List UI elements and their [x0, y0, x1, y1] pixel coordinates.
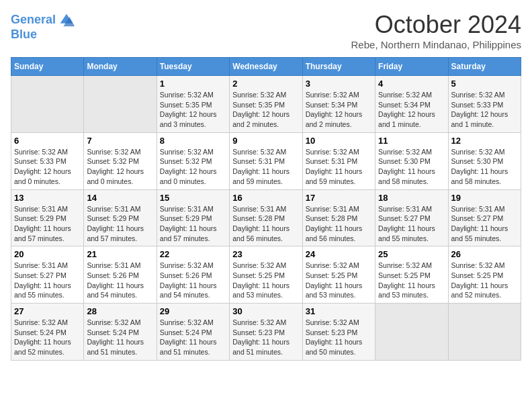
day-info: Sunrise: 5:32 AM Sunset: 5:33 PM Dayligh… [14, 147, 81, 187]
calendar-cell: 17Sunrise: 5:31 AM Sunset: 5:28 PM Dayli… [302, 189, 375, 246]
day-number: 18 [378, 193, 445, 203]
weekday-header-monday: Monday [84, 58, 157, 76]
day-info: Sunrise: 5:31 AM Sunset: 5:28 PM Dayligh… [306, 204, 372, 244]
day-number: 14 [87, 193, 153, 203]
calendar-cell: 12Sunrise: 5:32 AM Sunset: 5:30 PM Dayli… [448, 132, 521, 189]
calendar-cell: 2Sunrise: 5:32 AM Sunset: 5:35 PM Daylig… [230, 76, 302, 133]
weekday-header-wednesday: Wednesday [230, 58, 302, 76]
title-block: October 2024 Rebe, Northern Mindanao, Ph… [351, 11, 521, 50]
calendar-cell: 15Sunrise: 5:31 AM Sunset: 5:29 PM Dayli… [157, 189, 229, 246]
day-info: Sunrise: 5:31 AM Sunset: 5:27 PM Dayligh… [378, 204, 445, 244]
day-info: Sunrise: 5:32 AM Sunset: 5:31 PM Dayligh… [306, 147, 372, 187]
day-info: Sunrise: 5:32 AM Sunset: 5:34 PM Dayligh… [378, 90, 445, 130]
day-number: 2 [232, 79, 299, 89]
day-number: 25 [378, 249, 445, 259]
weekday-header-friday: Friday [375, 58, 448, 76]
day-info: Sunrise: 5:32 AM Sunset: 5:35 PM Dayligh… [160, 90, 226, 130]
day-number: 28 [87, 306, 153, 316]
day-info: Sunrise: 5:31 AM Sunset: 5:27 PM Dayligh… [451, 204, 518, 244]
day-number: 5 [451, 79, 518, 89]
day-number: 31 [306, 306, 372, 316]
calendar-week-row: 1Sunrise: 5:32 AM Sunset: 5:35 PM Daylig… [11, 76, 521, 133]
calendar-cell: 30Sunrise: 5:32 AM Sunset: 5:23 PM Dayli… [230, 304, 302, 361]
calendar-cell: 4Sunrise: 5:32 AM Sunset: 5:34 PM Daylig… [375, 76, 448, 133]
calendar-table: SundayMondayTuesdayWednesdayThursdayFrid… [11, 57, 521, 361]
calendar-cell: 10Sunrise: 5:32 AM Sunset: 5:31 PM Dayli… [302, 132, 375, 189]
day-number: 6 [14, 136, 81, 146]
calendar-cell: 20Sunrise: 5:31 AM Sunset: 5:27 PM Dayli… [11, 246, 84, 304]
day-number: 16 [232, 193, 299, 203]
day-number: 15 [160, 193, 226, 203]
day-number: 10 [306, 136, 372, 146]
day-info: Sunrise: 5:32 AM Sunset: 5:30 PM Dayligh… [451, 147, 518, 187]
calendar-cell: 3Sunrise: 5:32 AM Sunset: 5:34 PM Daylig… [302, 76, 375, 133]
day-info: Sunrise: 5:31 AM Sunset: 5:26 PM Dayligh… [87, 261, 153, 300]
day-number: 1 [160, 79, 226, 89]
day-number: 12 [451, 136, 518, 146]
day-info: Sunrise: 5:32 AM Sunset: 5:23 PM Dayligh… [306, 318, 372, 357]
day-info: Sunrise: 5:32 AM Sunset: 5:25 PM Dayligh… [451, 261, 518, 300]
day-number: 27 [14, 306, 81, 316]
calendar-cell: 16Sunrise: 5:31 AM Sunset: 5:28 PM Dayli… [230, 189, 302, 246]
day-number: 26 [451, 249, 518, 259]
weekday-header-thursday: Thursday [302, 58, 375, 76]
calendar-cell: 25Sunrise: 5:32 AM Sunset: 5:25 PM Dayli… [375, 246, 448, 304]
calendar-cell: 13Sunrise: 5:31 AM Sunset: 5:29 PM Dayli… [11, 189, 84, 246]
calendar-cell: 23Sunrise: 5:32 AM Sunset: 5:25 PM Dayli… [230, 246, 302, 304]
day-info: Sunrise: 5:32 AM Sunset: 5:24 PM Dayligh… [87, 318, 153, 357]
calendar-cell [11, 76, 84, 133]
calendar-cell [448, 304, 521, 361]
day-number: 19 [451, 193, 518, 203]
calendar-cell: 18Sunrise: 5:31 AM Sunset: 5:27 PM Dayli… [375, 189, 448, 246]
calendar-cell: 9Sunrise: 5:32 AM Sunset: 5:31 PM Daylig… [230, 132, 302, 189]
page-header: General Blue October 2024 Rebe, Northern… [11, 11, 521, 50]
calendar-cell: 29Sunrise: 5:32 AM Sunset: 5:24 PM Dayli… [157, 304, 229, 361]
day-number: 4 [378, 79, 445, 89]
day-number: 22 [160, 249, 226, 259]
calendar-cell: 5Sunrise: 5:32 AM Sunset: 5:33 PM Daylig… [448, 76, 521, 133]
day-info: Sunrise: 5:31 AM Sunset: 5:29 PM Dayligh… [14, 204, 81, 244]
day-info: Sunrise: 5:31 AM Sunset: 5:28 PM Dayligh… [232, 204, 299, 244]
location-subtitle: Rebe, Northern Mindanao, Philippines [351, 39, 521, 50]
day-info: Sunrise: 5:32 AM Sunset: 5:25 PM Dayligh… [378, 261, 445, 300]
day-info: Sunrise: 5:32 AM Sunset: 5:35 PM Dayligh… [232, 90, 299, 130]
day-info: Sunrise: 5:32 AM Sunset: 5:24 PM Dayligh… [14, 318, 81, 357]
day-info: Sunrise: 5:32 AM Sunset: 5:23 PM Dayligh… [232, 318, 299, 357]
calendar-cell [84, 76, 157, 133]
calendar-cell: 11Sunrise: 5:32 AM Sunset: 5:30 PM Dayli… [375, 132, 448, 189]
day-info: Sunrise: 5:32 AM Sunset: 5:25 PM Dayligh… [232, 261, 299, 300]
calendar-cell: 26Sunrise: 5:32 AM Sunset: 5:25 PM Dayli… [448, 246, 521, 304]
day-number: 23 [232, 249, 299, 259]
day-number: 7 [87, 136, 153, 146]
calendar-cell: 14Sunrise: 5:31 AM Sunset: 5:29 PM Dayli… [84, 189, 157, 246]
calendar-cell: 1Sunrise: 5:32 AM Sunset: 5:35 PM Daylig… [157, 76, 229, 133]
logo-text: General [11, 13, 56, 27]
calendar-cell: 31Sunrise: 5:32 AM Sunset: 5:23 PM Dayli… [302, 304, 375, 361]
calendar-cell [375, 304, 448, 361]
calendar-cell: 8Sunrise: 5:32 AM Sunset: 5:32 PM Daylig… [157, 132, 229, 189]
day-number: 13 [14, 193, 81, 203]
day-info: Sunrise: 5:32 AM Sunset: 5:33 PM Dayligh… [451, 90, 518, 130]
calendar-week-row: 20Sunrise: 5:31 AM Sunset: 5:27 PM Dayli… [11, 246, 521, 304]
day-number: 29 [160, 306, 226, 316]
calendar-cell: 22Sunrise: 5:32 AM Sunset: 5:26 PM Dayli… [157, 246, 229, 304]
day-info: Sunrise: 5:31 AM Sunset: 5:29 PM Dayligh… [87, 204, 153, 244]
calendar-week-row: 6Sunrise: 5:32 AM Sunset: 5:33 PM Daylig… [11, 132, 521, 189]
day-number: 30 [232, 306, 299, 316]
month-title: October 2024 [351, 11, 521, 39]
day-info: Sunrise: 5:32 AM Sunset: 5:26 PM Dayligh… [160, 261, 226, 300]
calendar-cell: 6Sunrise: 5:32 AM Sunset: 5:33 PM Daylig… [11, 132, 84, 189]
calendar-week-row: 27Sunrise: 5:32 AM Sunset: 5:24 PM Dayli… [11, 304, 521, 361]
day-info: Sunrise: 5:32 AM Sunset: 5:32 PM Dayligh… [160, 147, 226, 187]
logo-blue: Blue [11, 28, 76, 42]
calendar-cell: 24Sunrise: 5:32 AM Sunset: 5:25 PM Dayli… [302, 246, 375, 304]
day-info: Sunrise: 5:32 AM Sunset: 5:25 PM Dayligh… [306, 261, 372, 300]
calendar-cell: 21Sunrise: 5:31 AM Sunset: 5:26 PM Dayli… [84, 246, 157, 304]
day-info: Sunrise: 5:31 AM Sunset: 5:29 PM Dayligh… [160, 204, 226, 244]
day-number: 9 [232, 136, 299, 146]
day-info: Sunrise: 5:31 AM Sunset: 5:27 PM Dayligh… [14, 261, 81, 300]
day-number: 3 [306, 79, 372, 89]
calendar-week-row: 13Sunrise: 5:31 AM Sunset: 5:29 PM Dayli… [11, 189, 521, 246]
calendar-cell: 27Sunrise: 5:32 AM Sunset: 5:24 PM Dayli… [11, 304, 84, 361]
day-info: Sunrise: 5:32 AM Sunset: 5:30 PM Dayligh… [378, 147, 445, 187]
